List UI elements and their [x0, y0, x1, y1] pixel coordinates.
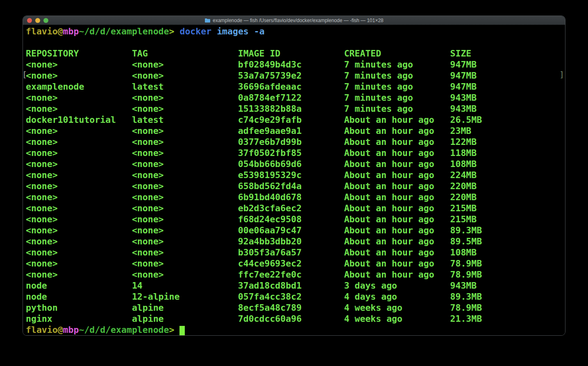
table-cell: <none>: [132, 258, 238, 269]
table-row: <none><none>0a8784ef71227 minutes ago943…: [26, 92, 565, 103]
table-cell: <none>: [26, 247, 132, 258]
table-cell: <none>: [26, 158, 132, 169]
table-row: node12-alpine057fa4cc38c24 days ago89.3M…: [26, 291, 565, 302]
prompt-user: flavio@: [26, 325, 63, 335]
table-cell: 92a4bb3dbb20: [238, 236, 344, 247]
table-cell: About an hour ago: [344, 125, 450, 136]
command-program: docker: [179, 26, 211, 36]
table-cell: 37f0502fbf85: [238, 147, 344, 158]
table-cell: <none>: [132, 236, 238, 247]
table-cell: 00e06aa79c47: [238, 225, 344, 236]
table-row: <none><none>b305f3a76a57About an hour ag…: [26, 247, 565, 258]
table-cell: <none>: [26, 192, 132, 203]
prompt-path: ~/d/d/examplenode: [79, 26, 169, 36]
command-args: images -a: [217, 26, 265, 36]
blank-line: [26, 37, 565, 48]
table-cell: <none>: [26, 103, 132, 114]
table-cell: 6b91bd40d678: [238, 192, 344, 203]
table-cell: <none>: [26, 147, 132, 158]
table-cell: <none>: [132, 225, 238, 236]
minimize-button[interactable]: [35, 18, 40, 23]
table-cell: <none>: [132, 147, 238, 158]
table-row: pythonalpine8ecf5a48c7894 weeks ago78.9M…: [26, 302, 565, 313]
table-cell: 36696afdeaac: [238, 81, 344, 92]
table-cell: alpine: [132, 313, 238, 324]
titlebar[interactable]: examplenode — fish /Users/flavio/dev/doc…: [23, 16, 565, 25]
table-row: examplenodelatest36696afdeaac7 minutes a…: [26, 81, 565, 92]
table-cell: 37ad18cd8bd1: [238, 280, 344, 291]
table-cell: 947MB: [450, 81, 477, 92]
prompt-line-current: flavio@mbp~/d/d/examplenode>: [26, 324, 565, 335]
table-cell: 658bd562fd4a: [238, 181, 344, 192]
table-cell: About an hour ago: [344, 181, 450, 192]
table-cell: 7 minutes ago: [344, 92, 450, 103]
traffic-lights: [27, 16, 48, 25]
table-row: <none><none>37f0502fbf85About an hour ag…: [26, 147, 565, 158]
table-cell: <none>: [132, 214, 238, 225]
table-row: <none><none>15133882b88a7 minutes ago943…: [26, 103, 565, 114]
terminal-mark-right-bracket: ]: [559, 69, 564, 80]
table-row: <none><none>adfee9aae9a1About an hour ag…: [26, 125, 565, 136]
folder-icon: [204, 18, 211, 23]
header-created: CREATED: [344, 48, 450, 59]
table-cell: About an hour ago: [344, 225, 450, 236]
table-cell: <none>: [26, 225, 132, 236]
table-cell: 108MB: [450, 159, 477, 169]
table-cell: <none>: [132, 125, 238, 136]
table-cell: f68d24ec9508: [238, 214, 344, 225]
table-cell: 15133882b88a: [238, 103, 344, 114]
table-cell: 78.9MB: [450, 258, 482, 269]
table-cell: 215MB: [450, 214, 477, 224]
prompt-symbol: >: [169, 26, 175, 36]
table-cell: About an hour ago: [344, 114, 450, 125]
table-cell: <none>: [132, 247, 238, 258]
table-row: <none><none>6b91bd40d678About an hour ag…: [26, 192, 565, 203]
terminal-content[interactable]: flavio@mbp~/d/d/examplenode>dockerimages…: [23, 25, 565, 335]
table-cell: <none>: [132, 158, 238, 169]
table-cell: <none>: [26, 92, 132, 103]
close-button[interactable]: [27, 18, 32, 23]
prompt-user: flavio@: [26, 26, 63, 36]
table-cell: 7 minutes ago: [344, 103, 450, 114]
table-cell: alpine: [132, 302, 238, 313]
table-cell: 7 minutes ago: [344, 81, 450, 92]
table-cell: About an hour ago: [344, 169, 450, 181]
table-cell: 057fa4cc38c2: [238, 291, 344, 302]
table-cell: <none>: [132, 269, 238, 280]
table-cell: <none>: [26, 181, 132, 192]
table-cell: About an hour ago: [344, 136, 450, 147]
table-cell: <none>: [132, 59, 238, 70]
table-cell: <none>: [26, 236, 132, 247]
table-cell: <none>: [26, 125, 132, 136]
header-size: SIZE: [450, 48, 472, 59]
table-cell: 947MB: [450, 59, 477, 70]
table-cell: 215MB: [450, 203, 477, 213]
table-cell: 220MB: [450, 181, 477, 191]
table-cell: 7 minutes ago: [344, 70, 450, 81]
table-cell: 14: [132, 280, 238, 291]
table-cell: <none>: [26, 258, 132, 269]
table-cell: python: [26, 302, 132, 313]
table-cell: 89.3MB: [450, 225, 482, 235]
table-row: <none><none>bf02849b4d3c7 minutes ago947…: [26, 59, 565, 70]
table-cell: 108MB: [450, 247, 477, 258]
table-header-row: REPOSITORYTAGIMAGE IDCREATEDSIZE: [26, 48, 565, 59]
table-cell: 4 weeks ago: [344, 313, 450, 324]
table-cell: 4 days ago: [344, 291, 450, 302]
table-row: <none><none>92a4bb3dbb20About an hour ag…: [26, 236, 565, 247]
table-cell: <none>: [26, 214, 132, 225]
table-cell: b305f3a76a57: [238, 247, 344, 258]
header-image-id: IMAGE ID: [238, 48, 344, 59]
table-cell: 89.5MB: [450, 236, 482, 246]
zoom-button[interactable]: [43, 18, 48, 23]
table-cell: latest: [132, 81, 238, 92]
table-row: <none><none>00e06aa79c47About an hour ag…: [26, 225, 565, 236]
table-cell: 943MB: [450, 93, 477, 103]
terminal-cursor: [179, 326, 185, 336]
table-cell: <none>: [132, 203, 238, 214]
header-tag: TAG: [132, 48, 238, 59]
table-cell: adfee9aae9a1: [238, 125, 344, 136]
table-cell: node: [26, 291, 132, 302]
table-row: <none><none>0377e6b7d99bAbout an hour ag…: [26, 136, 565, 147]
table-cell: About an hour ago: [344, 158, 450, 169]
